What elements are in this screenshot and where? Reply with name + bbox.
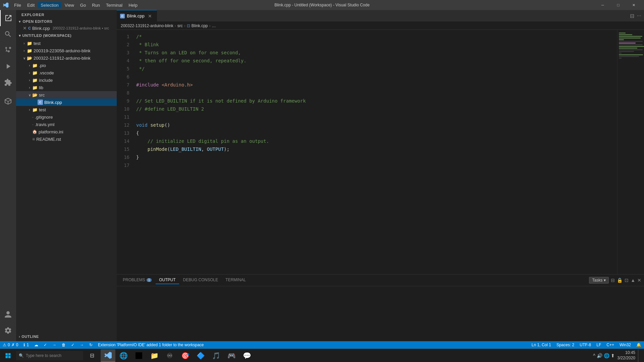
status-ln-col[interactable]: Ln 1, Col 1 [529,341,554,349]
panel-maximize-icon[interactable]: ▲ [631,278,635,283]
open-in-editor-icon[interactable]: ⊡ [625,278,629,283]
title-bar: File Edit Selection View Go Run Terminal… [0,0,644,10]
activity-explorer[interactable] [0,10,16,26]
breadcrumb-sep1: › [175,23,176,28]
tab-output[interactable]: OUTPUT [156,276,179,284]
menu-run[interactable]: Run [89,2,103,8]
outline-section[interactable]: › OUTLINE [16,332,117,341]
open-editor-item-blink[interactable]: ✕ C Blink.cpp 200322-131912-arduino-blin… [16,25,117,32]
status-platform[interactable]: Win32 [617,341,634,349]
open-editor-path: 200322-131912-arduino-blink • src [53,26,109,30]
status-refresh[interactable]: ↻ [87,341,95,349]
maximize-button[interactable]: □ [610,0,626,10]
activity-accounts[interactable] [0,306,16,322]
menu-terminal[interactable]: Terminal [103,2,125,8]
taskbar-vscode[interactable] [101,349,115,362]
tab-terminal[interactable]: TERMINAL [222,276,249,284]
new-file-icon[interactable]: 🗒 [93,33,98,38]
activity-source-control[interactable] [0,42,16,58]
taskbar-discord[interactable]: 💬 [239,349,254,362]
activity-search[interactable] [0,26,16,42]
code-area[interactable]: 12345 678910 1112131415 1617 /* * Blink … [117,30,644,274]
breadcrumb-sep3: › [209,23,211,28]
taskbar-explorer[interactable]: 📁 [147,349,162,362]
status-encoding[interactable]: UTF-8 [577,341,594,349]
menu-selection[interactable]: Selection [38,2,61,8]
breadcrumb-more[interactable]: … [212,23,216,28]
panel-content[interactable] [117,286,644,341]
status-arrow2[interactable]: → [77,341,87,349]
workspace-header[interactable]: ▾ UNTITLED (WORKSPACE) 🗒 📁 ↻ ⊟ [16,32,117,40]
tree-item-vscode[interactable]: › 📁 .vscode [16,69,117,76]
tree-item-platformio-ini[interactable]: 🏠 platformio.ini [16,128,117,135]
taskbar-arduino[interactable]: ♾ [162,349,177,362]
status-eol[interactable]: LF [594,341,604,349]
tab-debug-console[interactable]: DEBUG CONSOLE [180,276,222,284]
taskbar-search[interactable]: 🔍 Type here to search [16,351,83,360]
split-editor-icon[interactable]: ⊟ [630,13,634,19]
status-notification[interactable]: 🔔 [634,341,644,349]
taskbar-app1[interactable]: 🔷 [193,349,208,362]
status-sync[interactable]: ☁ [32,341,41,349]
menu-go[interactable]: Go [77,2,89,8]
menu-help[interactable]: Help [126,2,140,8]
code-line-13: { [133,129,617,137]
menu-edit[interactable]: Edit [24,2,37,8]
tree-item-gitignore[interactable]: · .gitignore [16,113,117,121]
tray-icons[interactable]: ^ 🔊 🌐 ⬆ [593,353,614,358]
status-errors[interactable]: ⚠ 0 ✗ 0 [0,341,21,349]
status-badge-count[interactable]: ℹ 1 [21,341,32,349]
taskbar-cmd[interactable]: ■ [131,349,146,362]
taskbar-spotify[interactable]: 🎵 [209,349,223,362]
tab-close-button[interactable]: ✕ [148,13,152,19]
tab-blink-cpp[interactable]: C Blink.cpp ✕ [117,10,157,21]
collapse-icon[interactable]: ⊟ [110,33,114,38]
menu-view[interactable]: View [62,2,77,8]
status-arrow[interactable]: → [50,341,59,349]
workspace-header-left: ▾ UNTITLED (WORKSPACE) [19,34,71,38]
taskbar-chrome[interactable]: 🌐 [116,349,131,362]
tab-problems[interactable]: PROBLEMS1 [119,276,155,284]
tree-item-blink-cpp[interactable]: C Blink.cpp [16,99,117,106]
show-desktop-button[interactable] [638,349,640,362]
breadcrumb-workspace[interactable]: 200322-131912-arduino-blink [121,23,173,28]
tree-item-travis[interactable]: · .travis.yml [16,121,117,128]
status-trash[interactable]: 🗑 [59,341,68,349]
activity-extensions[interactable] [0,74,16,90]
start-button[interactable] [1,349,15,362]
activity-settings[interactable] [0,322,16,339]
close-button[interactable]: ✕ [626,0,641,10]
panel-close-icon[interactable]: ✕ [637,278,641,283]
output-dropdown[interactable]: Tasks ▾ [589,277,609,284]
more-actions-icon[interactable]: ··· [637,13,641,19]
refresh-icon[interactable]: ↻ [105,33,109,38]
breadcrumb-file[interactable]: Blink.cpp [192,23,208,28]
taskbar-task-view[interactable]: ⊟ [85,349,99,362]
tree-item-src[interactable]: ∨ 📂 src [16,91,117,99]
status-check2[interactable]: ✓ [68,341,77,349]
close-icon[interactable]: ✕ [23,25,27,31]
status-language[interactable]: C++ [604,341,617,349]
new-folder-icon[interactable]: 📁 [99,33,105,38]
tree-item-include[interactable]: › 📁 include [16,76,117,84]
taskbar-platformio[interactable]: 🎯 [178,349,193,362]
activity-platformio[interactable] [0,93,16,109]
tree-item-pio[interactable]: › 📁 .pio [16,62,117,69]
tree-item-test[interactable]: › 📁 test [16,40,117,47]
activity-run[interactable] [0,58,16,74]
tree-item-test2[interactable]: › 📁 test [16,106,117,113]
clear-output-icon[interactable]: ⊟ [611,278,615,283]
menu-file[interactable]: File [11,2,24,8]
tree-item-200322[interactable]: ∨ 📂 200322-131912-arduino-blink [16,54,117,62]
open-editors-header[interactable]: ▾ OPEN EDITORS [16,18,117,25]
status-check[interactable]: ✓ [41,341,50,349]
status-spaces[interactable]: Spaces: 2 [554,341,577,349]
lock-icon[interactable]: 🔒 [617,278,623,283]
tree-item-200319[interactable]: › 📁 200319-223058-arduino-blink [16,47,117,54]
taskbar-steam[interactable]: 🎮 [224,349,239,362]
tree-item-readme[interactable]: ≡ README.rst [16,135,117,143]
minimize-button[interactable]: ─ [595,0,610,10]
code-content[interactable]: /* * Blink * Turns on an LED on for one … [133,30,617,274]
breadcrumb-src[interactable]: src [177,23,183,28]
tree-item-lib[interactable]: › 📁 lib [16,84,117,91]
